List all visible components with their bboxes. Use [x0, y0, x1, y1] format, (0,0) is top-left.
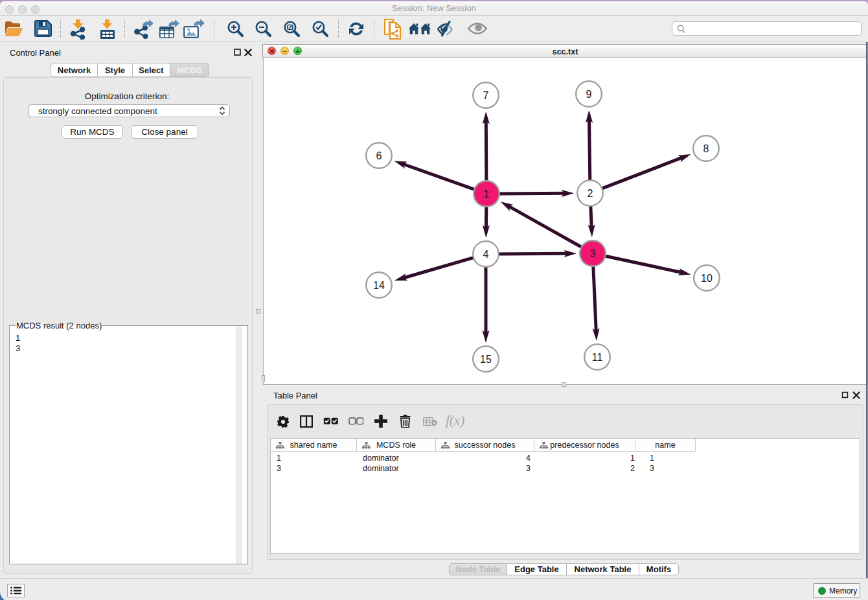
svg-text:7: 7 — [483, 90, 489, 101]
svg-text:4: 4 — [483, 249, 489, 260]
svg-text:10: 10 — [701, 273, 713, 284]
svg-text:8: 8 — [703, 143, 709, 154]
svg-text:9: 9 — [586, 89, 592, 100]
svg-text:1: 1 — [484, 189, 490, 200]
svg-text:2: 2 — [588, 188, 593, 199]
svg-text:6: 6 — [376, 150, 382, 161]
svg-text:11: 11 — [592, 352, 603, 363]
svg-text:14: 14 — [373, 280, 385, 291]
svg-text:15: 15 — [480, 354, 492, 365]
svg-text:3: 3 — [590, 248, 596, 259]
